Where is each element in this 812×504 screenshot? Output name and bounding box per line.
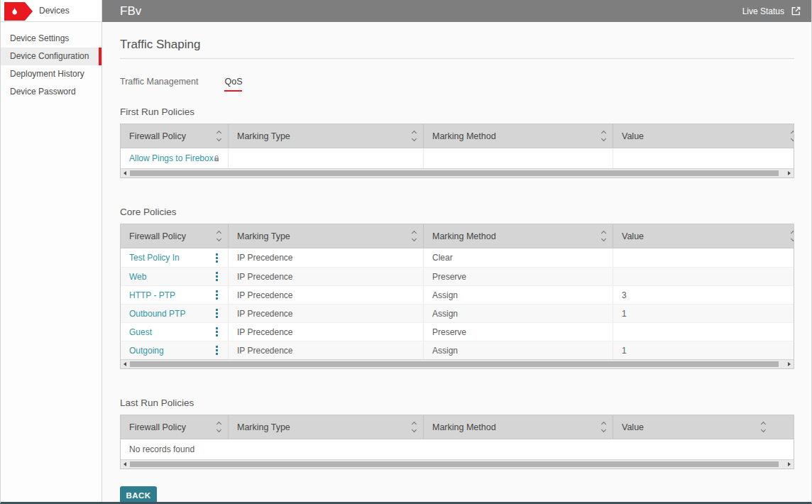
horizontal-scrollbar[interactable]	[121, 459, 794, 469]
table-header-row: Firewall Policy Marking Type Marking Met…	[121, 415, 794, 439]
sidebar-item-device-password[interactable]: Device Password	[1, 83, 102, 101]
policy-link[interactable]: Outbound PTP	[129, 309, 185, 319]
value-cell	[613, 268, 794, 285]
policy-link[interactable]: HTTP - PTP	[129, 290, 175, 300]
sidebar-header: Devices	[1, 0, 102, 22]
column-header-value[interactable]: Value	[613, 415, 794, 439]
column-label: Firewall Policy	[129, 131, 186, 141]
sidebar-menu: Device Settings Device Configuration Dep…	[1, 22, 102, 101]
last-run-policies-section: Last Run Policies Firewall Policy Markin…	[120, 398, 794, 469]
marking-type-cell	[229, 148, 424, 168]
scroll-right-arrow-icon[interactable]	[788, 171, 791, 175]
value-cell: 1	[613, 305, 794, 322]
policy-link[interactable]: Test Policy In	[129, 253, 180, 263]
core-policies-section: Core Policies Firewall Policy Marking Ty…	[120, 207, 794, 369]
scrollbar-thumb[interactable]	[130, 170, 779, 176]
kebab-menu-icon[interactable]	[214, 289, 219, 301]
column-header-marking-type[interactable]: Marking Type	[229, 124, 424, 148]
marking-type-cell: IP Precedence	[229, 248, 424, 267]
kebab-menu-icon[interactable]	[214, 307, 219, 319]
policy-cell: Web	[121, 268, 229, 285]
marking-method-cell	[424, 148, 613, 168]
external-link-icon	[791, 6, 801, 16]
sort-icon[interactable]	[217, 422, 221, 432]
value-cell: 3	[613, 286, 794, 304]
tab-qos[interactable]: QoS	[224, 77, 242, 92]
no-records-message: No records found	[121, 439, 794, 459]
scrollbar-thumb[interactable]	[130, 361, 779, 367]
scroll-left-arrow-icon[interactable]	[124, 171, 126, 175]
sort-icon[interactable]	[217, 231, 221, 241]
policy-cell: Outgoing	[121, 341, 229, 359]
column-header-marking-method[interactable]: Marking Method	[424, 124, 613, 148]
sort-icon[interactable]	[217, 131, 221, 141]
marking-method-cell: Assign	[424, 341, 613, 359]
first-run-policies-section: First Run Policies Firewall Policy Marki…	[120, 106, 794, 178]
breadcrumb-devices[interactable]: Devices	[39, 6, 70, 16]
sort-icon[interactable]	[412, 422, 416, 432]
column-header-firewall-policy[interactable]: Firewall Policy	[121, 224, 229, 248]
policy-link[interactable]: Outgoing	[129, 346, 164, 356]
column-header-marking-method[interactable]: Marking Method	[424, 224, 613, 248]
column-label: Value	[622, 131, 644, 141]
sidebar-item-device-settings[interactable]: Device Settings	[1, 30, 102, 48]
policy-cell: Outbound PTP	[121, 305, 229, 322]
policy-cell: Guest	[121, 323, 229, 341]
kebab-menu-icon[interactable]	[214, 252, 219, 264]
back-button[interactable]: BACK	[120, 486, 157, 502]
table-row: Allow Pings to Firebox	[121, 148, 794, 168]
sort-icon[interactable]	[602, 131, 605, 141]
sort-icon[interactable]	[602, 231, 605, 241]
section-title-last-run: Last Run Policies	[120, 398, 794, 408]
marking-method-cell: Assign	[424, 286, 613, 304]
scroll-right-arrow-icon[interactable]	[788, 362, 791, 366]
marking-type-cell: IP Precedence	[229, 323, 424, 341]
table-row: HTTP - PTP IP Precedence Assign 3	[121, 285, 794, 304]
device-header-bar: FBv Live Status	[102, 0, 811, 22]
sort-icon[interactable]	[791, 131, 794, 141]
kebab-menu-icon[interactable]	[214, 326, 219, 338]
column-header-firewall-policy[interactable]: Firewall Policy	[121, 415, 229, 439]
value-cell	[613, 248, 794, 267]
section-title-core: Core Policies	[120, 207, 794, 217]
tab-traffic-management[interactable]: Traffic Management	[120, 77, 198, 92]
column-header-marking-type[interactable]: Marking Type	[229, 224, 424, 248]
column-header-marking-method[interactable]: Marking Method	[424, 415, 613, 439]
scroll-left-arrow-icon[interactable]	[124, 362, 126, 366]
policy-link[interactable]: Web	[129, 272, 146, 282]
sort-icon[interactable]	[762, 422, 765, 432]
marking-type-cell: IP Precedence	[229, 268, 424, 285]
empty-table-row: No records found	[121, 439, 794, 459]
live-status-link[interactable]: Live Status	[742, 6, 801, 16]
scroll-right-arrow-icon[interactable]	[788, 462, 791, 466]
horizontal-scrollbar[interactable]	[121, 168, 794, 177]
kebab-menu-icon[interactable]	[214, 270, 219, 283]
marking-type-cell: IP Precedence	[229, 305, 424, 322]
marking-method-cell: Preserve	[424, 268, 613, 285]
policy-link[interactable]: Allow Pings to Firebox	[129, 153, 214, 163]
sidebar-item-deployment-history[interactable]: Deployment History	[1, 65, 102, 83]
sort-icon[interactable]	[602, 422, 605, 432]
horizontal-scrollbar[interactable]	[121, 359, 794, 368]
scroll-left-arrow-icon[interactable]	[124, 462, 126, 466]
table-row: Test Policy In IP Precedence Clear	[121, 248, 794, 267]
column-header-firewall-policy[interactable]: Firewall Policy	[121, 124, 229, 148]
content: Traffic Shaping Traffic Management QoS F…	[102, 22, 811, 502]
sidebar-item-device-configuration[interactable]: Device Configuration	[1, 48, 102, 65]
app-window: Devices Device Settings Device Configura…	[0, 0, 812, 504]
column-header-marking-type[interactable]: Marking Type	[229, 415, 424, 439]
column-header-value[interactable]: Value	[613, 124, 794, 148]
sort-icon[interactable]	[791, 231, 794, 241]
sort-icon[interactable]	[412, 131, 416, 141]
policy-link[interactable]: Guest	[129, 327, 152, 337]
column-header-value[interactable]: Value	[613, 224, 794, 248]
kebab-menu-icon[interactable]	[214, 344, 219, 356]
core-policies-table: Firewall Policy Marking Type Marking Met…	[120, 224, 794, 369]
column-label: Marking Method	[432, 131, 496, 141]
value-cell	[613, 323, 794, 341]
page-title: Traffic Shaping	[120, 38, 794, 52]
column-label: Firewall Policy	[129, 422, 186, 432]
column-label: Value	[622, 231, 644, 241]
scrollbar-thumb[interactable]	[130, 461, 779, 467]
sort-icon[interactable]	[412, 231, 416, 241]
